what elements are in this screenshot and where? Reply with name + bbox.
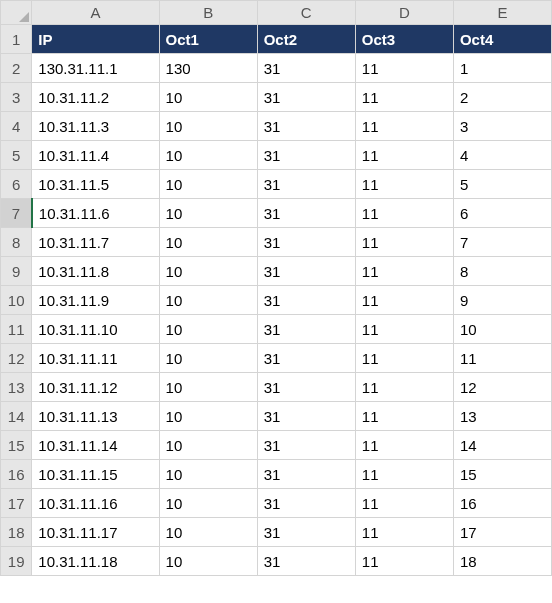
row-header[interactable]: 9: [1, 257, 32, 286]
cell[interactable]: 11: [355, 286, 453, 315]
cell[interactable]: 11: [355, 170, 453, 199]
cell[interactable]: 11: [453, 344, 551, 373]
row-header[interactable]: 12: [1, 344, 32, 373]
cell[interactable]: 16: [453, 489, 551, 518]
cell[interactable]: 2: [453, 83, 551, 112]
cell[interactable]: 10: [159, 315, 257, 344]
cell[interactable]: 10: [159, 489, 257, 518]
col-header-C[interactable]: C: [257, 1, 355, 25]
cell[interactable]: 10.31.11.3: [32, 112, 159, 141]
cell[interactable]: 31: [257, 141, 355, 170]
cell[interactable]: 10: [159, 344, 257, 373]
cell[interactable]: 11: [355, 141, 453, 170]
cell[interactable]: 11: [355, 112, 453, 141]
cell[interactable]: 10.31.11.14: [32, 431, 159, 460]
cell-B1[interactable]: Oct1: [159, 25, 257, 54]
cell[interactable]: 10: [159, 112, 257, 141]
row-header[interactable]: 14: [1, 402, 32, 431]
cell[interactable]: 1: [453, 54, 551, 83]
cell[interactable]: 11: [355, 257, 453, 286]
cell[interactable]: 10: [159, 199, 257, 228]
col-header-E[interactable]: E: [453, 1, 551, 25]
row-header[interactable]: 10: [1, 286, 32, 315]
cell[interactable]: 11: [355, 199, 453, 228]
cell[interactable]: 130.31.11.1: [32, 54, 159, 83]
cell-D1[interactable]: Oct3: [355, 25, 453, 54]
row-header[interactable]: 17: [1, 489, 32, 518]
cell[interactable]: 31: [257, 257, 355, 286]
cell[interactable]: 10.31.11.16: [32, 489, 159, 518]
row-header[interactable]: 19: [1, 547, 32, 576]
cell[interactable]: 11: [355, 344, 453, 373]
col-header-B[interactable]: B: [159, 1, 257, 25]
cell[interactable]: 10: [159, 460, 257, 489]
cell[interactable]: 10: [159, 257, 257, 286]
cell[interactable]: 11: [355, 489, 453, 518]
cell[interactable]: 10.31.11.10: [32, 315, 159, 344]
row-header[interactable]: 6: [1, 170, 32, 199]
row-header[interactable]: 7: [1, 199, 32, 228]
cell[interactable]: 17: [453, 518, 551, 547]
cell[interactable]: 31: [257, 199, 355, 228]
cell[interactable]: 7: [453, 228, 551, 257]
col-header-A[interactable]: A: [32, 1, 159, 25]
row-header[interactable]: 1: [1, 25, 32, 54]
cell[interactable]: 31: [257, 344, 355, 373]
row-header[interactable]: 2: [1, 54, 32, 83]
cell[interactable]: 15: [453, 460, 551, 489]
row-header[interactable]: 11: [1, 315, 32, 344]
cell[interactable]: 10.31.11.12: [32, 373, 159, 402]
cell[interactable]: 31: [257, 54, 355, 83]
cell[interactable]: 10.31.11.2: [32, 83, 159, 112]
cell[interactable]: 130: [159, 54, 257, 83]
cell[interactable]: 10: [159, 83, 257, 112]
cell[interactable]: 31: [257, 431, 355, 460]
cell[interactable]: 13: [453, 402, 551, 431]
row-header[interactable]: 3: [1, 83, 32, 112]
cell[interactable]: 10.31.11.13: [32, 402, 159, 431]
row-header[interactable]: 5: [1, 141, 32, 170]
cell[interactable]: 10: [159, 402, 257, 431]
cell[interactable]: 9: [453, 286, 551, 315]
cell[interactable]: 11: [355, 228, 453, 257]
row-header[interactable]: 15: [1, 431, 32, 460]
cell[interactable]: 3: [453, 112, 551, 141]
spreadsheet-grid[interactable]: A B C D E 1 IP Oct1 Oct2 Oct3 Oct4 2130.…: [0, 0, 552, 576]
cell[interactable]: 31: [257, 518, 355, 547]
cell[interactable]: 10: [159, 431, 257, 460]
cell[interactable]: 31: [257, 460, 355, 489]
cell[interactable]: 10.31.11.17: [32, 518, 159, 547]
cell[interactable]: 18: [453, 547, 551, 576]
cell[interactable]: 31: [257, 83, 355, 112]
cell[interactable]: 8: [453, 257, 551, 286]
cell[interactable]: 5: [453, 170, 551, 199]
cell[interactable]: 10: [159, 373, 257, 402]
cell[interactable]: 31: [257, 170, 355, 199]
cell[interactable]: 11: [355, 373, 453, 402]
cell[interactable]: 10.31.11.4: [32, 141, 159, 170]
cell-A1[interactable]: IP: [32, 25, 159, 54]
cell[interactable]: 10: [159, 228, 257, 257]
cell[interactable]: 10: [159, 286, 257, 315]
cell[interactable]: 10.31.11.11: [32, 344, 159, 373]
cell-E1[interactable]: Oct4: [453, 25, 551, 54]
cell[interactable]: 10: [159, 141, 257, 170]
cell[interactable]: 31: [257, 112, 355, 141]
row-header[interactable]: 16: [1, 460, 32, 489]
row-header[interactable]: 8: [1, 228, 32, 257]
cell[interactable]: 14: [453, 431, 551, 460]
cell[interactable]: 31: [257, 547, 355, 576]
cell[interactable]: 10.31.11.18: [32, 547, 159, 576]
row-header[interactable]: 18: [1, 518, 32, 547]
cell[interactable]: 11: [355, 547, 453, 576]
cell[interactable]: 10.31.11.8: [32, 257, 159, 286]
cell[interactable]: 11: [355, 402, 453, 431]
cell[interactable]: 31: [257, 373, 355, 402]
cell[interactable]: 10.31.11.9: [32, 286, 159, 315]
cell[interactable]: 10: [159, 547, 257, 576]
cell[interactable]: 31: [257, 315, 355, 344]
cell[interactable]: 11: [355, 431, 453, 460]
cell[interactable]: 11: [355, 54, 453, 83]
cell[interactable]: 11: [355, 83, 453, 112]
cell[interactable]: 31: [257, 286, 355, 315]
